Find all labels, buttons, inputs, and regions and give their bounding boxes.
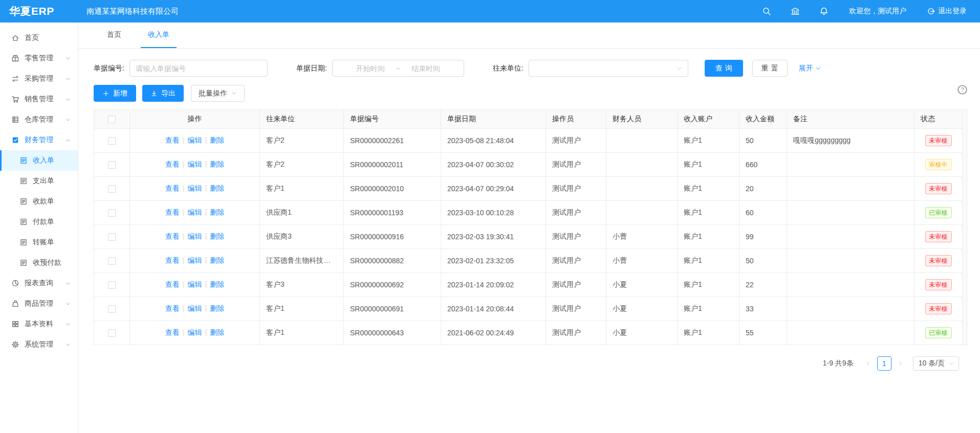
sidebar-subitem-income-bill[interactable]: 收入单 [0, 150, 78, 171]
row-checkbox[interactable] [108, 185, 116, 193]
cell-account: 账户1 [678, 225, 739, 249]
cell-select [94, 321, 130, 345]
row-checkbox[interactable] [108, 137, 116, 145]
sidebar-item-purchase[interactable]: 采购管理 [0, 69, 78, 89]
expand-link[interactable]: 展开 [799, 64, 821, 73]
row-action-delete[interactable]: 删除 [210, 160, 224, 168]
row-action-edit[interactable]: 编辑 [188, 160, 202, 168]
cell-remark [787, 225, 914, 249]
tab-income-bill[interactable]: 收入单 [141, 22, 177, 48]
row-action-view[interactable]: 查看 [165, 328, 180, 336]
row-action-delete[interactable]: 删除 [210, 280, 224, 288]
sidebar-subitem-receipt-bill[interactable]: 收款单 [0, 191, 78, 212]
search-button[interactable]: 查询 [705, 60, 743, 77]
next-page-icon[interactable] [894, 356, 908, 371]
row-action-view[interactable]: 查看 [165, 232, 180, 240]
cell-unit: 客户1 [260, 177, 344, 201]
row-action-edit[interactable]: 编辑 [188, 256, 202, 264]
action-separator: | [205, 208, 207, 216]
row-checkbox[interactable] [108, 257, 116, 265]
chevron-down-icon [65, 56, 71, 61]
export-button[interactable]: 导出 [142, 85, 184, 102]
cell-amount: 99 [739, 225, 787, 249]
cell-finance-staff: 小夏 [606, 273, 678, 297]
action-separator: | [205, 160, 207, 168]
prev-page-icon[interactable] [861, 356, 875, 371]
income-bill-table: 操作往来单位单据编号单据日期操作员财务人员收入账户收入金额备注状态 查看|编辑|… [94, 109, 963, 345]
batch-operation-button[interactable]: 批量操作 [191, 85, 245, 102]
sidebar-item-retail[interactable]: 零售管理 [0, 48, 78, 69]
row-checkbox[interactable] [108, 329, 116, 337]
table-scrollbar[interactable] [963, 109, 967, 345]
row-checkbox[interactable] [108, 281, 116, 289]
row-action-edit[interactable]: 编辑 [188, 184, 202, 192]
col-header-unit: 往来单位 [260, 110, 344, 129]
bill-no-input[interactable] [129, 60, 268, 77]
logout-button[interactable]: 退出登录 [927, 7, 967, 16]
purchase-icon [11, 75, 19, 83]
add-button[interactable]: 新增 [94, 85, 136, 102]
sidebar-subitem-advance-bill[interactable]: 收预付款 [0, 253, 78, 273]
sidebar-subitem-label: 收预付款 [33, 258, 61, 267]
row-action-delete[interactable]: 删除 [210, 328, 224, 336]
row-action-edit[interactable]: 编辑 [188, 232, 202, 240]
col-header-select [94, 110, 130, 129]
row-action-edit[interactable]: 编辑 [188, 328, 202, 336]
row-action-view[interactable]: 查看 [165, 208, 180, 216]
table-row: 查看|编辑|删除供应商1SR000000011932023-03-10 00:1… [94, 201, 963, 225]
sidebar-item-system[interactable]: 系统管理 [0, 334, 78, 355]
sidebar-subitem-transfer-bill[interactable]: 转账单 [0, 232, 78, 253]
row-action-view[interactable]: 查看 [165, 256, 180, 264]
page-number[interactable]: 1 [877, 356, 891, 371]
select-all-checkbox[interactable] [108, 116, 116, 123]
row-action-edit[interactable]: 编辑 [188, 304, 202, 312]
row-action-edit[interactable]: 编辑 [188, 280, 202, 288]
sidebar-item-warehouse[interactable]: 仓库管理 [0, 109, 78, 130]
row-action-edit[interactable]: 编辑 [188, 208, 202, 216]
sidebar-item-finance[interactable]: 财务管理 [0, 130, 78, 150]
sidebar-subitem-label: 付款单 [33, 217, 54, 226]
bank-icon[interactable] [791, 7, 800, 16]
cell-finance-staff [606, 129, 678, 153]
sidebar-subitem-expense-bill[interactable]: 支出单 [0, 171, 78, 191]
row-checkbox[interactable] [108, 305, 116, 313]
row-action-view[interactable]: 查看 [165, 136, 180, 144]
search-icon[interactable] [762, 7, 771, 16]
row-checkbox[interactable] [108, 161, 116, 169]
cell-finance-staff [606, 201, 678, 225]
row-action-edit[interactable]: 编辑 [188, 136, 202, 144]
sidebar-subitem-payment-bill[interactable]: 付款单 [0, 212, 78, 232]
date-range-picker[interactable]: ~ [332, 60, 464, 77]
page-size-select[interactable]: 10 条/页 [913, 356, 959, 371]
row-action-delete[interactable]: 删除 [210, 184, 224, 192]
app-logo: 华夏ERP [0, 4, 78, 18]
table-header-row: 操作往来单位单据编号单据日期操作员财务人员收入账户收入金额备注状态 [94, 110, 963, 129]
sidebar-item-home[interactable]: 首页 [0, 28, 78, 48]
help-icon[interactable]: ? [957, 84, 968, 95]
row-checkbox[interactable] [108, 233, 116, 241]
row-action-view[interactable]: 查看 [165, 160, 180, 168]
bell-icon[interactable] [819, 7, 829, 16]
cell-remark [787, 321, 914, 345]
row-action-delete[interactable]: 删除 [210, 256, 224, 264]
row-action-view[interactable]: 查看 [165, 304, 180, 312]
sidebar-item-basic[interactable]: 基本资料 [0, 314, 78, 334]
export-label: 导出 [161, 89, 176, 98]
sidebar-item-goods[interactable]: 商品管理 [0, 293, 78, 314]
sidebar-item-report[interactable]: 报表查询 [0, 273, 78, 293]
cell-bill-no: SR00000000692 [344, 273, 441, 297]
row-action-view[interactable]: 查看 [165, 184, 180, 192]
date-end-input[interactable] [402, 64, 449, 73]
row-action-delete[interactable]: 删除 [210, 304, 224, 312]
reset-button[interactable]: 重置 [752, 60, 788, 77]
unit-select[interactable] [529, 60, 688, 77]
row-action-view[interactable]: 查看 [165, 280, 180, 288]
row-action-delete[interactable]: 删除 [210, 232, 224, 240]
row-action-delete[interactable]: 删除 [210, 208, 224, 216]
doc-icon [19, 156, 28, 165]
tab-home[interactable]: 首页 [100, 22, 128, 48]
row-action-delete[interactable]: 删除 [210, 136, 224, 144]
sidebar-item-sales[interactable]: 销售管理 [0, 89, 78, 109]
date-start-input[interactable] [347, 64, 394, 73]
row-checkbox[interactable] [108, 209, 116, 217]
